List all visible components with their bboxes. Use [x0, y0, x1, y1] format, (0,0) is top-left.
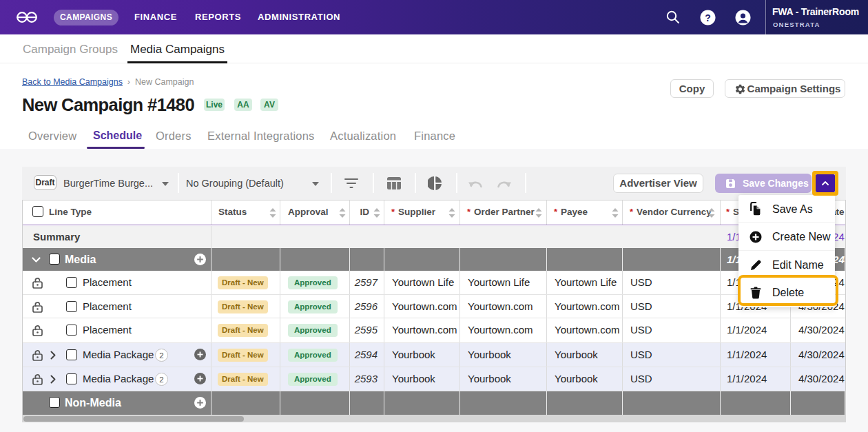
svg-text:?: ? [705, 12, 711, 23]
